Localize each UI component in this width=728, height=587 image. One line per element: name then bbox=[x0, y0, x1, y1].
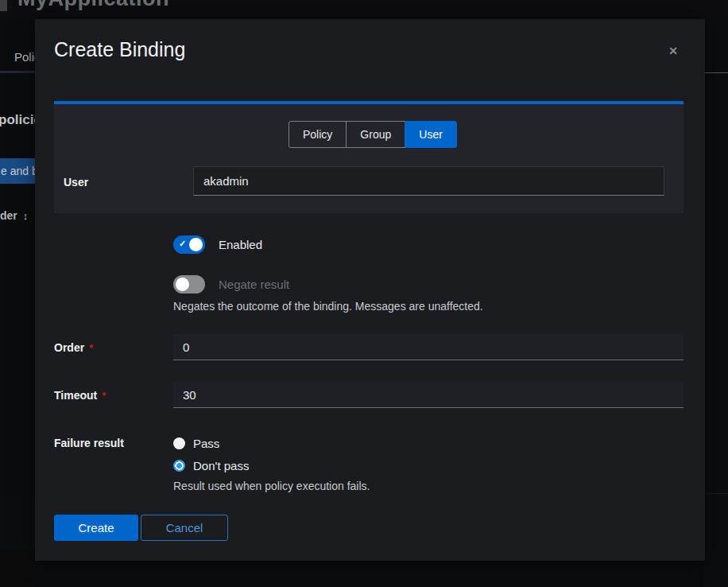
failure-result-label: Failure result bbox=[54, 437, 124, 449]
radio-pass-circle[interactable] bbox=[173, 437, 185, 449]
order-field-label: Order bbox=[54, 341, 84, 354]
create-and-bind-button[interactable]: e and b bbox=[0, 158, 35, 184]
radio-pass[interactable]: Pass bbox=[173, 432, 249, 454]
create-button[interactable]: Create bbox=[54, 515, 138, 541]
order-column-header[interactable]: der↕ bbox=[0, 208, 35, 223]
background-bottom-strip bbox=[35, 561, 705, 587]
negate-help-text: Negates the outcome of the binding. Mess… bbox=[173, 300, 483, 313]
create-and-bind-button-label: e and b bbox=[1, 158, 35, 184]
toggle-user[interactable]: User bbox=[405, 121, 457, 148]
binding-type-toggle-group: Policy Group User bbox=[288, 121, 457, 148]
order-column-header-label: der bbox=[0, 209, 17, 222]
tab-policies-clip: Polic bbox=[0, 48, 35, 67]
modal-title: Create Binding bbox=[54, 38, 185, 61]
sort-icon[interactable]: ↕ bbox=[23, 210, 29, 222]
negate-switch-row: Negate result bbox=[173, 275, 289, 294]
page-title: MyApplication bbox=[17, 0, 169, 11]
timeout-field-label: Timeout bbox=[54, 389, 97, 402]
radio-pass-label: Pass bbox=[193, 437, 219, 450]
order-label-group: Order* bbox=[54, 340, 93, 355]
required-asterisk: * bbox=[102, 390, 106, 402]
timeout-label-group: Timeout* bbox=[54, 388, 106, 402]
failure-result-radios: Pass Don't pass bbox=[173, 432, 249, 476]
radio-dont-pass[interactable]: Don't pass bbox=[173, 454, 249, 476]
radio-dont-pass-label: Don't pass bbox=[193, 459, 249, 472]
toggle-policy[interactable]: Policy bbox=[288, 121, 347, 148]
negate-switch-label: Negate result bbox=[219, 278, 289, 291]
background-right-strip bbox=[705, 19, 728, 587]
negate-result-toggle[interactable] bbox=[173, 275, 205, 294]
section-heading: policies bbox=[0, 112, 35, 128]
enabled-switch-label: Enabled bbox=[219, 238, 262, 251]
switch-knob bbox=[176, 278, 189, 291]
tab-policies[interactable]: Polic bbox=[14, 50, 35, 64]
radio-dont-pass-circle[interactable] bbox=[173, 460, 185, 472]
app-logo bbox=[0, 0, 7, 11]
user-field-label: User bbox=[64, 176, 88, 189]
create-binding-modal: Create Binding ✕ Policy Group User User … bbox=[35, 19, 705, 561]
tab-indicator bbox=[0, 71, 35, 73]
required-asterisk: * bbox=[89, 342, 93, 354]
background-divider bbox=[705, 72, 728, 73]
failure-help-text: Result used when policy execution fails. bbox=[173, 480, 370, 492]
enabled-toggle[interactable]: ✓ bbox=[173, 235, 205, 254]
switch-knob bbox=[189, 238, 203, 251]
background-footer-band bbox=[0, 549, 35, 587]
user-select-input[interactable] bbox=[193, 166, 664, 196]
check-icon: ✓ bbox=[179, 239, 186, 249]
binding-target-panel: Policy Group User User bbox=[54, 104, 683, 213]
background-table-band bbox=[0, 495, 35, 549]
toggle-group[interactable]: Group bbox=[346, 121, 405, 148]
close-icon[interactable]: ✕ bbox=[665, 43, 681, 59]
page-header: MyApplication bbox=[0, 0, 728, 19]
cancel-button[interactable]: Cancel bbox=[141, 515, 228, 541]
background-divider-2 bbox=[705, 493, 728, 494]
enabled-switch-row: ✓ Enabled bbox=[173, 235, 262, 254]
order-input[interactable] bbox=[173, 334, 683, 360]
timeout-input[interactable] bbox=[173, 382, 683, 408]
section-heading-clip: policies bbox=[0, 112, 35, 130]
